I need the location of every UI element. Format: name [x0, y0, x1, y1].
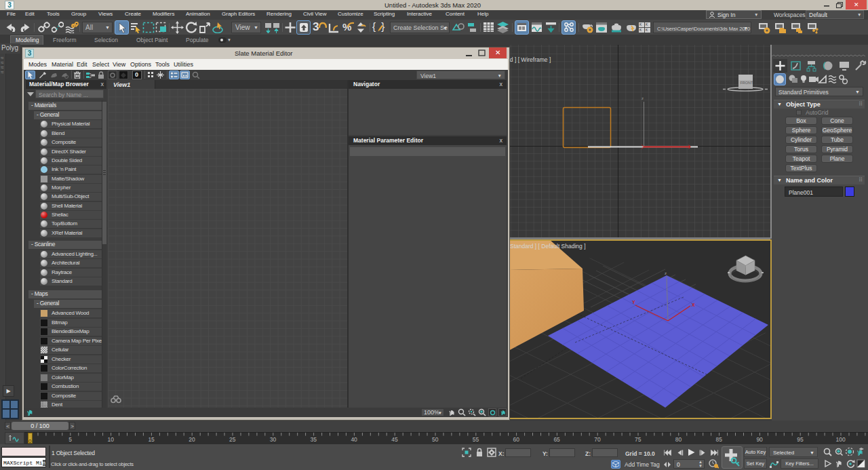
svg-text:20: 20	[189, 436, 195, 443]
svg-text:z: z	[642, 96, 644, 100]
svg-text:50: 50	[432, 436, 439, 443]
svg-text:z: z	[665, 271, 667, 275]
svg-text:45: 45	[391, 436, 398, 443]
svg-text:60: 60	[513, 436, 520, 443]
svg-text:65: 65	[553, 436, 560, 443]
svg-text:Standard ] [ Default Shading ]: Standard ] [ Default Shading ]	[510, 243, 586, 250]
svg-text:FRONT: FRONT	[741, 81, 754, 85]
svg-text:30: 30	[270, 436, 277, 443]
svg-text:85: 85	[716, 436, 723, 443]
svg-text:10: 10	[108, 436, 115, 443]
svg-text:90: 90	[756, 436, 763, 443]
svg-text:Y: Y	[632, 300, 635, 305]
svg-text:rd ] [ Wireframe ]: rd ] [ Wireframe ]	[509, 56, 551, 63]
svg-text:70: 70	[594, 436, 601, 443]
svg-text:100: 100	[836, 436, 846, 443]
svg-text:15: 15	[148, 436, 155, 443]
svg-text:5: 5	[68, 436, 72, 443]
svg-text:40: 40	[351, 436, 357, 443]
svg-text:X: X	[692, 302, 695, 307]
svg-text:55: 55	[473, 436, 479, 443]
svg-text:75: 75	[635, 436, 642, 443]
svg-text:25: 25	[229, 436, 236, 443]
svg-text:35: 35	[311, 436, 317, 443]
svg-text:80: 80	[675, 436, 682, 443]
svg-text:95: 95	[797, 436, 804, 443]
